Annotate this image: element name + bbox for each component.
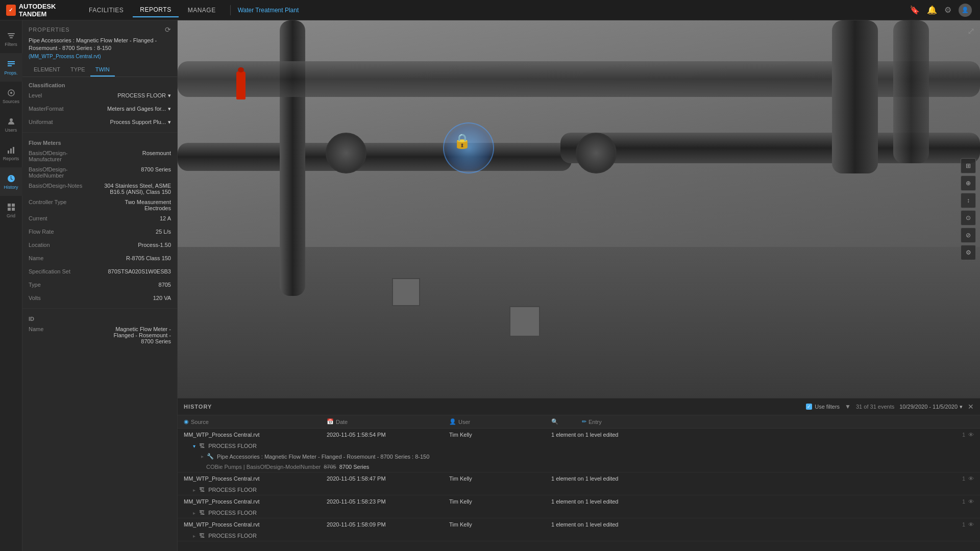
row0-date: 2020-11-05 1:58:54 PM [327, 432, 449, 438]
bell-icon[interactable]: 🔔 [927, 5, 937, 15]
vp-grid-btn[interactable]: ⊞ [961, 158, 976, 173]
row3-count: 1 [962, 521, 965, 528]
nav-right: 🔖 🔔 ⚙ 👤 [910, 4, 980, 17]
row0-eye-icon[interactable]: 👁 [968, 432, 974, 438]
nav-reports[interactable]: REPORTS [133, 3, 178, 17]
building-icon: 🏗 [199, 443, 205, 449]
expand-viewport-icon[interactable]: ⤢ [967, 26, 975, 37]
settings-icon[interactable]: ⚙ [944, 5, 951, 15]
tab-element[interactable]: ELEMENT [29, 63, 65, 77]
svg-rect-10 [10, 148, 12, 154]
sidebar-item-users[interactable]: Users [0, 110, 22, 139]
nav-manage[interactable]: MANAGE [181, 4, 223, 17]
row3-detail1: ▸ 🏗 PROCESS FLOOR [178, 531, 980, 541]
use-filters-text: Use filters [815, 404, 840, 410]
row2-date: 2020-11-05 1:58:23 PM [327, 498, 449, 505]
scene-box1 [392, 278, 420, 306]
row0-source: MM_WTP_Process Central.rvt [184, 432, 327, 438]
sidebar-label-filters: Filters [5, 42, 17, 47]
history-refresh-icon[interactable]: ⟳ [165, 26, 171, 34]
viewport-3d[interactable]: 🔒 ⊞ ⊕ ↕ ⊙ ⊘ ⚙ ⤢ [178, 20, 980, 398]
prop-notes: BasisOfDesign-Notes 304 Stainless Steel,… [22, 181, 177, 197]
sidebar-label-grid: Grid [7, 213, 15, 218]
expand-icon-r3[interactable]: ▸ [193, 533, 195, 539]
row0-level: PROCESS FLOOR [208, 443, 257, 449]
row2-eye-icon[interactable]: 👁 [968, 498, 974, 505]
row2-detail1: ▸ 🏗 PROCESS FLOOR [178, 508, 980, 518]
sidebar-label-sources: Sources [3, 99, 19, 104]
cal-icon: 📅 [327, 418, 334, 425]
sidebar-item-grid[interactable]: Grid [0, 196, 22, 224]
history-header: HISTORY ✓ Use filters ▼ 31 of 31 events … [178, 398, 980, 415]
vp-fit-btn[interactable]: ↕ [961, 193, 976, 208]
col-user-label: User [458, 419, 470, 425]
use-filters-checkbox[interactable]: ✓ [806, 404, 812, 410]
col-entry: ✏ Entry [582, 418, 974, 425]
row0-user: Tim Kelly [449, 432, 551, 438]
row2-actions: 1 👁 [962, 498, 974, 505]
svg-rect-4 [8, 63, 15, 64]
history-title: HISTORY [184, 404, 212, 410]
level-dropdown[interactable]: PROCESS FLOOR ▾ [100, 92, 172, 99]
user-avatar[interactable]: 👤 [959, 4, 972, 17]
row0-detail1: ▾ 🏗 PROCESS FLOOR [178, 441, 980, 451]
pipes-scene: 🔒 [178, 20, 980, 398]
row0-entry: 1 element on 1 level edited [551, 432, 958, 438]
svg-rect-13 [12, 204, 15, 207]
row3-actions: 1 👁 [962, 521, 974, 528]
expand-icon2[interactable]: ▸ [201, 454, 204, 459]
prop-level: Level PROCESS FLOOR ▾ [22, 90, 177, 104]
col-search[interactable]: 🔍 [551, 418, 582, 425]
tab-type[interactable]: TYPE [65, 63, 90, 77]
vp-orbit-btn[interactable]: ⊙ [961, 210, 976, 226]
sidebar-item-reports[interactable]: Reports [0, 139, 22, 167]
row1-eye-icon[interactable]: 👁 [968, 475, 974, 482]
col-source: ◉ Source [184, 418, 327, 425]
section-classification: Classification [22, 77, 177, 90]
expand-icon-r2[interactable]: ▸ [193, 510, 195, 516]
scene-box2 [509, 306, 540, 337]
col-date-label: Date [336, 419, 348, 425]
properties-panel: PROPERTIES ⟳ Pipe Accessories : Magnetic… [22, 20, 178, 551]
sidebar-item-filters[interactable]: Filters [0, 24, 22, 53]
sidebar-item-props[interactable]: Props. [0, 53, 22, 82]
prop-type: Type 8705 [22, 280, 177, 293]
vp-section-btn[interactable]: ⊘ [961, 228, 976, 243]
prop-id-name: Name Magnetic Flow Meter - Flanged - Ros… [22, 324, 177, 346]
nav-facilities[interactable]: FACILITIES [82, 4, 131, 17]
use-filters-toggle[interactable]: ✓ Use filters [806, 404, 840, 410]
sidebar-item-history[interactable]: History [0, 167, 22, 196]
history-close-button[interactable]: ✕ [968, 403, 974, 411]
svg-rect-5 [8, 65, 12, 66]
row3-eye-icon[interactable]: 👁 [968, 521, 974, 528]
row3-user: Tim Kelly [449, 521, 551, 528]
collapse-icon[interactable]: ▾ [193, 443, 195, 449]
section-id: ID [22, 311, 177, 324]
chevron-down-icon: ▾ [168, 106, 171, 112]
svg-rect-1 [9, 35, 14, 36]
sidebar-label-props: Props. [4, 70, 17, 76]
vp-settings-btn[interactable]: ⚙ [961, 245, 976, 260]
history-row-main-1: MM_WTP_Process Central.rvt 2020-11-05 1:… [178, 472, 980, 485]
vp-zoom-btn[interactable]: ⊕ [961, 176, 976, 191]
facility-name: Water Treatment Plant [238, 7, 299, 14]
filter-icon: ▼ [845, 403, 851, 410]
row0-detail2: ▸ 🔧 Pipe Accessories : Magnetic Flow Met… [178, 451, 980, 462]
tab-twin[interactable]: TWIN [90, 63, 115, 77]
uniformat-dropdown[interactable]: Process Support Plu... ▾ [100, 119, 172, 126]
row1-count: 1 [962, 475, 965, 482]
search-icon[interactable]: 🔍 [551, 418, 558, 425]
date-range-picker[interactable]: 10/29/2020 - 11/5/2020 ▾ [899, 404, 963, 410]
prop-volts: Volts 120 VA [22, 293, 177, 306]
sidebar-item-sources[interactable]: Sources [0, 82, 22, 110]
expand-icon-r1[interactable]: ▸ [193, 487, 195, 493]
history-row-main-2: MM_WTP_Process Central.rvt 2020-11-05 1:… [178, 495, 980, 508]
svg-rect-14 [8, 208, 11, 211]
row1-source: MM_WTP_Process Central.rvt [184, 475, 327, 482]
history-row-2: MM_WTP_Process Central.rvt 2020-11-05 1:… [178, 495, 980, 518]
masterformat-dropdown[interactable]: Meters and Gages for... ▾ [100, 106, 172, 112]
bookmark-icon[interactable]: 🔖 [910, 5, 920, 15]
row2-entry: 1 element on 1 level edited [551, 498, 958, 505]
properties-tabs: ELEMENT TYPE TWIN [22, 63, 177, 77]
row3-level: PROCESS FLOOR [208, 533, 257, 539]
